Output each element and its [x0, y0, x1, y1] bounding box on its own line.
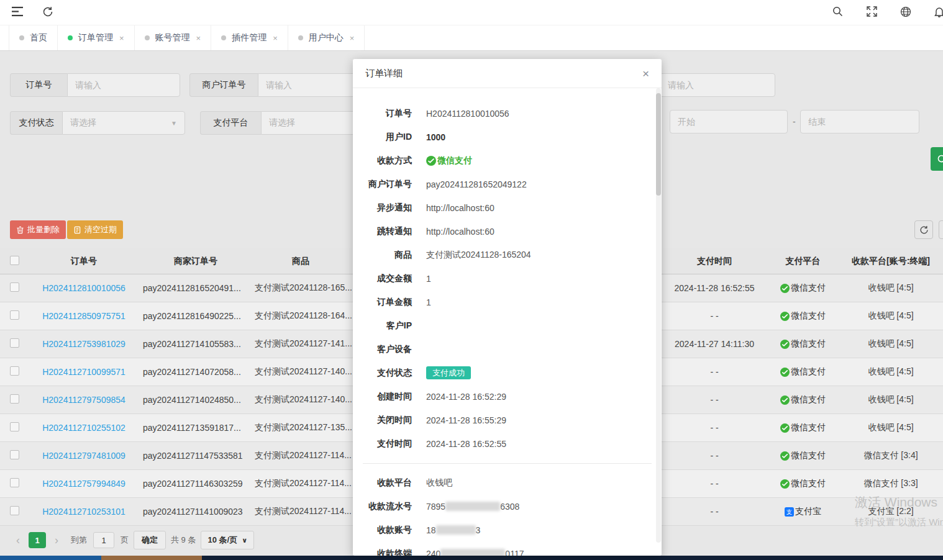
order-no-link[interactable]: H2024112710255102	[42, 423, 125, 433]
page-size-label: 10 条/页	[207, 535, 237, 546]
pay-time-value: 2024-11-28 16:52:55	[426, 439, 506, 449]
terminal-prefix: 240	[426, 549, 440, 556]
tab-plugin-management[interactable]: 插件管理×	[211, 25, 288, 50]
tab-account-management[interactable]: 账号管理×	[135, 25, 212, 50]
merchant-no-cell: pay202411271141009023	[143, 507, 248, 517]
batch-delete-button[interactable]: 批量删除	[10, 220, 66, 239]
product-cell: 支付测试20241127-114...	[248, 450, 353, 461]
select-all-checkbox[interactable]	[10, 256, 19, 265]
tab-dot-active	[68, 35, 73, 40]
row-checkbox[interactable]	[10, 506, 19, 515]
platform-cell: 微信支付	[791, 422, 826, 433]
tab-dot	[19, 35, 24, 40]
row-checkbox[interactable]	[10, 310, 19, 320]
order-no-link[interactable]: H2024112810010056	[42, 283, 125, 293]
field-label: 支付状态	[353, 368, 412, 379]
page-size-select[interactable]: 10 条/页 ∨	[201, 531, 254, 549]
tab-dot	[298, 35, 303, 40]
row-checkbox[interactable]	[10, 394, 19, 404]
scrollbar-thumb[interactable]	[656, 93, 661, 196]
merchant-no-cell: pay2024112816520491...	[143, 283, 248, 293]
total-count-label: 共 9 条	[171, 535, 196, 546]
fullscreen-icon[interactable]	[867, 6, 877, 17]
search-icon[interactable]	[832, 6, 843, 17]
tab-close-icon[interactable]: ×	[273, 34, 278, 43]
goto-page-input[interactable]	[93, 532, 114, 548]
date-range-separator: -	[793, 117, 796, 127]
order-no-link[interactable]: H2024112797481009	[42, 451, 125, 461]
sidebar-toggle-icon[interactable]	[11, 6, 24, 17]
tab-close-icon[interactable]: ×	[196, 34, 201, 43]
pay-time-cell: - -	[662, 451, 767, 461]
trash-icon	[16, 226, 24, 234]
redacted-blur	[440, 549, 505, 556]
row-checkbox[interactable]	[10, 366, 19, 376]
row-checkbox[interactable]	[10, 450, 19, 459]
pay-method-value: 微信支付	[437, 155, 472, 166]
date-start-input[interactable]	[670, 110, 788, 133]
next-page-icon[interactable]: ›	[50, 534, 63, 547]
table-settings-button[interactable]	[939, 220, 943, 239]
header-platform: 支付平台	[767, 256, 839, 267]
pay-status-filter-label: 支付状态	[10, 111, 62, 135]
date-end-input[interactable]	[800, 110, 919, 133]
tab-order-management[interactable]: 订单管理×	[58, 25, 135, 50]
merchant-no-cell: pay2024112714024850...	[143, 395, 248, 405]
field-label: 创建时间	[353, 391, 412, 402]
document-icon	[73, 226, 81, 234]
goto-label: 到第	[71, 535, 87, 546]
wechat-pay-icon	[426, 156, 436, 166]
field-label: 用户ID	[353, 132, 412, 143]
merchant-no-cell: pay2024112713591817...	[143, 423, 248, 433]
order-no-link[interactable]: H2024112710099571	[42, 367, 125, 377]
platform-cell: 微信支付	[791, 478, 826, 489]
language-globe-icon[interactable]	[900, 6, 911, 17]
tab-close-icon[interactable]: ×	[119, 34, 124, 43]
pay-status-select[interactable]: 请选择 ▼	[62, 111, 185, 135]
tab-user-center[interactable]: 用户中心×	[288, 25, 365, 50]
notification-bell-icon[interactable]	[934, 6, 943, 17]
tab-label: 用户中心	[309, 32, 344, 43]
prev-page-icon[interactable]: ‹	[11, 534, 25, 547]
order-no-link[interactable]: H2024112710253101	[42, 507, 125, 517]
order-no-link[interactable]: H2024112797509854	[42, 395, 125, 405]
order-no-link[interactable]: H2024112753981029	[42, 339, 125, 349]
tab-bar: 首页 订单管理× 账号管理× 插件管理× 用户中心×	[0, 25, 943, 51]
merchant-order-no-value: pay202411281652049122	[426, 179, 527, 189]
tab-dot	[221, 35, 226, 40]
tab-home[interactable]: 首页	[9, 25, 58, 50]
order-management-page: 首页 订单管理× 账号管理× 插件管理× 用户中心× 订单号 商户订单号 支付状…	[0, 0, 943, 560]
row-checkbox[interactable]	[10, 338, 19, 348]
pay-time-cell: - -	[662, 479, 767, 489]
receive-platform-value: 收钱吧	[426, 477, 452, 489]
svg-text:支: 支	[786, 509, 792, 515]
order-no-link[interactable]: H2024112850975751	[42, 311, 125, 321]
batch-delete-label: 批量删除	[27, 224, 60, 235]
table-refresh-button[interactable]	[914, 220, 933, 239]
platform-cell: 微信支付	[791, 450, 826, 461]
close-icon[interactable]: ×	[642, 68, 649, 79]
modal-header: 订单详细 ×	[353, 59, 662, 88]
order-no-input[interactable]	[67, 73, 180, 97]
order-no-link[interactable]: H2024112757994849	[42, 479, 125, 489]
goto-confirm-button[interactable]: 确定	[134, 531, 166, 549]
tab-close-icon[interactable]: ×	[350, 34, 355, 43]
wechat-pay-icon	[780, 479, 790, 489]
serial-prefix: 7895	[426, 502, 445, 512]
redirect-notify-value: http://localhost:60	[426, 227, 494, 237]
pay-platform-filter-label: 支付平台	[200, 111, 261, 135]
field-label: 客户IP	[353, 320, 412, 332]
extra-filter-input[interactable]	[660, 73, 775, 97]
search-submit-button[interactable]	[931, 147, 943, 171]
current-page-button[interactable]: 1	[29, 532, 46, 548]
wechat-pay-icon	[780, 395, 790, 405]
field-label: 跳转通知	[353, 226, 412, 237]
wechat-pay-icon	[780, 312, 790, 321]
row-checkbox[interactable]	[10, 478, 19, 487]
row-checkbox[interactable]	[10, 282, 19, 292]
order-no-value: H2024112810010056	[426, 109, 509, 119]
modal-scrollbar[interactable]	[656, 88, 661, 543]
row-checkbox[interactable]	[10, 422, 19, 431]
clear-expired-button[interactable]: 清空过期	[67, 220, 123, 239]
refresh-page-icon[interactable]	[42, 6, 53, 17]
